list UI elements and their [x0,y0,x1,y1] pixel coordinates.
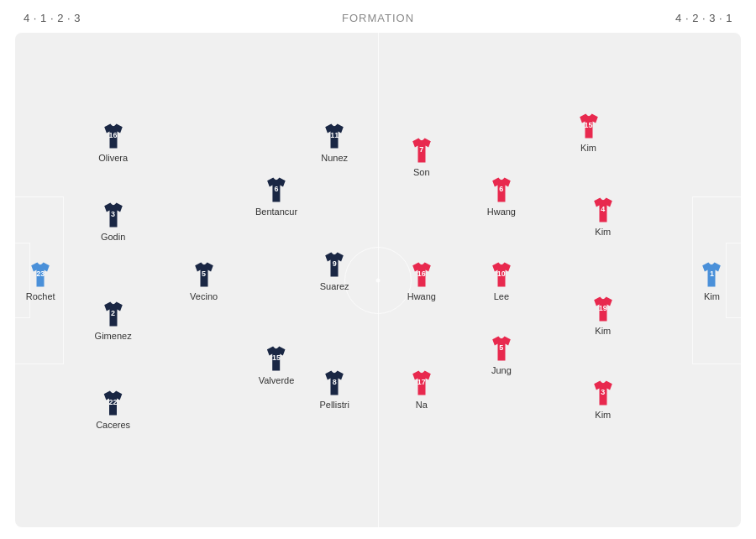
player-name-kim_15: Kim [580,143,596,153]
player-name-vecino: Vecino [190,291,218,301]
player-name-jung: Jung [491,365,512,375]
player-name-kim_gk: Kim [704,291,720,301]
player-name-hwang_left: Hwang [407,291,436,301]
player-name-kim_3: Kim [595,410,611,420]
player-name-rochet: Rochet [26,291,55,301]
right-goal-area [726,243,741,318]
field: 16Olivera 3Godin 2Gimenez 22Caceres 5Vec… [15,33,741,527]
player-name-pellistri: Pellistri [319,400,349,410]
player-name-bentancur: Bentancur [255,207,297,217]
center-dot [376,278,381,282]
player-godin: 3Godin [98,200,129,242]
player-hwang_right: 6Hwang [486,175,517,217]
player-name-nunez: Nunez [321,153,348,163]
player-kim_3: 3Kim [588,378,618,420]
header: 4 · 1 · 2 · 3 FORMATION 4 · 2 · 3 · 1 [0,0,756,33]
player-valverde: 15Valverde [259,343,295,385]
formation-title: FORMATION [342,12,414,24]
player-pellistri: 8Pellistri [319,368,349,410]
left-formation: 4 · 1 · 2 · 3 [24,12,81,24]
player-name-godin: Godin [101,232,125,242]
player-olivera: 16Olivera [98,121,129,163]
player-son: 7Son [407,135,437,177]
player-bentancur: 6Bentancur [255,175,297,217]
player-name-na: Na [416,400,428,410]
player-suarez: 9Suarez [319,249,349,291]
player-hwang_left: 16Hwang [407,259,437,301]
player-name-gimenez: Gimenez [95,331,132,341]
right-formation: 4 · 2 · 3 · 1 [675,12,732,24]
player-name-kim_4: Kim [595,227,611,237]
player-na: 17Na [407,368,437,410]
player-jung: 5Jung [486,333,517,375]
player-name-hwang_right: Hwang [487,207,516,217]
player-caceres: 22Caceres [96,388,130,430]
player-kim_19: 19Kim [588,294,618,336]
player-name-suarez: Suarez [320,281,349,291]
player-kim_gk: 1Kim [696,259,727,301]
player-name-lee: Lee [494,291,509,301]
player-name-kim_19: Kim [595,326,611,336]
player-vecino: 5Vecino [189,259,219,301]
field-container: 16Olivera 3Godin 2Gimenez 22Caceres 5Vec… [0,33,756,539]
player-name-son: Son [413,167,430,177]
player-name-olivera: Olivera [98,153,128,163]
player-rochet: 23Rochet [25,259,55,301]
player-gimenez: 2Gimenez [95,299,132,341]
player-lee: 10Lee [486,259,517,301]
player-name-valverde: Valverde [259,375,295,385]
player-name-caceres: Caceres [96,420,130,430]
player-kim_15: 15Kim [574,111,604,153]
player-kim_4: 4Kim [588,195,618,237]
player-nunez: 11Nunez [319,121,349,163]
